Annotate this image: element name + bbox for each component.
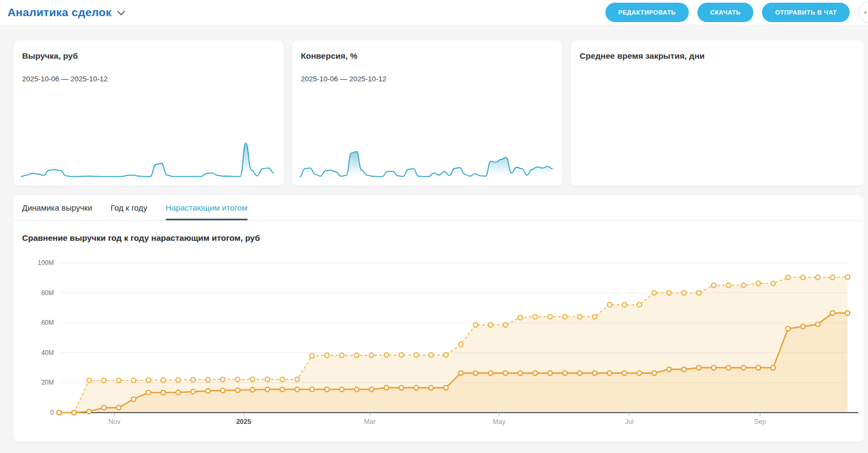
svg-text:100M: 100M bbox=[38, 259, 54, 267]
topbar-actions: РЕДАКТИРОВАТЬ СКАЧАТЬ ОТПРАВИТЬ В ЧАТ ●●… bbox=[605, 0, 868, 25]
svg-text:Mar: Mar bbox=[364, 418, 376, 426]
edit-button[interactable]: РЕДАКТИРОВАТЬ bbox=[605, 3, 689, 22]
conversion-sparkline-chart bbox=[300, 136, 553, 179]
svg-text:Nov: Nov bbox=[108, 418, 121, 426]
tab-bar: Динамика выручки Год к году Нарастающим … bbox=[13, 195, 864, 221]
send-to-chat-button[interactable]: ОТПРАВИТЬ В ЧАТ bbox=[762, 3, 850, 22]
card-avg-closing-time: Среднее время закрытия, дни bbox=[571, 40, 864, 186]
chevron-down-icon bbox=[117, 11, 125, 16]
more-actions-button[interactable]: ●●● bbox=[858, 2, 868, 23]
svg-text:80M: 80M bbox=[41, 289, 54, 297]
card-date-range: 2025-10-06 — 2025-10-12 bbox=[22, 75, 275, 83]
card-title: Выручка, руб bbox=[22, 51, 275, 61]
card-title: Конверсия, % bbox=[301, 51, 554, 61]
tab-cumulative-total[interactable]: Нарастающим итогом bbox=[166, 203, 248, 220]
svg-text:60M: 60M bbox=[41, 319, 54, 326]
svg-text:Sep: Sep bbox=[754, 418, 766, 426]
page-title: Аналитика сделок bbox=[8, 6, 111, 19]
svg-text:20M: 20M bbox=[41, 379, 54, 386]
kpi-cards-row: Выручка, руб 2025-10-06 — 2025-10-12 Кон… bbox=[13, 40, 864, 186]
ellipsis-icon: ●●● bbox=[864, 10, 868, 15]
cumulative-comparison-chart[interactable]: 020M40M60M80M100MNov2025MarMayJulSep bbox=[19, 245, 858, 428]
svg-text:40M: 40M bbox=[41, 349, 54, 357]
chart-title: Сравнение выручки год к году нарастающим… bbox=[22, 233, 855, 243]
svg-text:2025: 2025 bbox=[236, 418, 251, 426]
card-date-range: 2025-10-06 — 2025-10-12 bbox=[301, 75, 554, 83]
card-title: Среднее время закрытия, дни bbox=[580, 51, 855, 61]
card-revenue: Выручка, руб 2025-10-06 — 2025-10-12 bbox=[13, 40, 284, 186]
download-button[interactable]: СКАЧАТЬ bbox=[697, 3, 754, 22]
top-bar: Аналитика сделок РЕДАКТИРОВАТЬ СКАЧАТЬ О… bbox=[0, 0, 868, 25]
card-conversion: Конверсия, % 2025-10-06 — 2025-10-12 bbox=[292, 40, 562, 186]
revenue-sparkline-chart bbox=[21, 136, 274, 179]
svg-text:Jul: Jul bbox=[625, 418, 633, 426]
svg-text:May: May bbox=[493, 418, 506, 426]
tab-revenue-dynamics[interactable]: Динамика выручки bbox=[22, 203, 92, 220]
tab-year-over-year[interactable]: Год к году bbox=[110, 203, 147, 220]
svg-text:0: 0 bbox=[50, 409, 54, 416]
revenue-analytics-panel: Динамика выручки Год к году Нарастающим … bbox=[13, 195, 864, 442]
page-title-dropdown[interactable]: Аналитика сделок bbox=[8, 6, 125, 19]
